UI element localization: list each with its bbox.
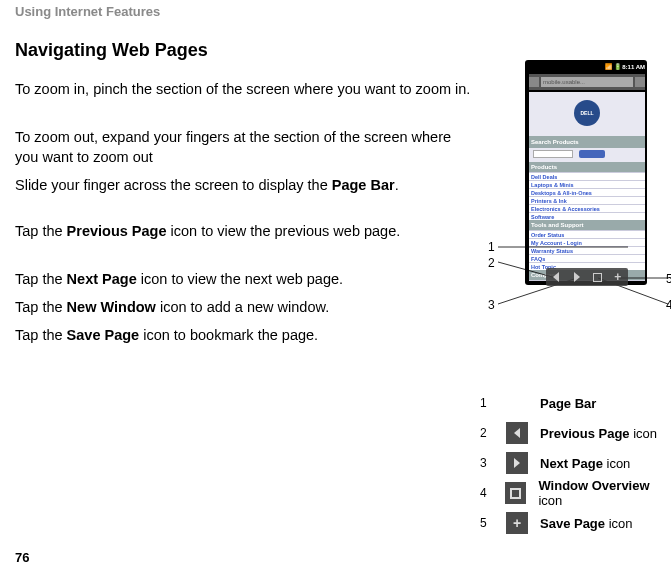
legend-number: 1 bbox=[480, 396, 494, 410]
legend-label: Previous Page icon bbox=[540, 426, 657, 441]
page-bar: + bbox=[546, 268, 628, 286]
next-page-icon bbox=[506, 452, 528, 474]
chevron-right-icon bbox=[574, 272, 580, 282]
save-page-button[interactable]: + bbox=[608, 268, 629, 286]
previous-page-button[interactable] bbox=[546, 268, 567, 286]
callout-lines bbox=[0, 0, 671, 400]
legend-number: 3 bbox=[480, 456, 494, 470]
legend-label: Next Page icon bbox=[540, 456, 630, 471]
window-overview-button[interactable] bbox=[587, 268, 608, 286]
callout-number: 4 bbox=[666, 298, 671, 312]
callout-number: 2 bbox=[488, 256, 495, 270]
previous-page-icon bbox=[506, 422, 528, 444]
callout-number: 5 bbox=[666, 272, 671, 286]
chevron-left-icon bbox=[553, 272, 559, 282]
legend: 1 Page Bar 2 Previous Page icon 3 Next P… bbox=[480, 388, 671, 538]
legend-number: 4 bbox=[480, 486, 493, 500]
next-page-button[interactable] bbox=[567, 268, 588, 286]
legend-number: 2 bbox=[480, 426, 494, 440]
plus-icon: + bbox=[614, 271, 621, 283]
legend-label: Window Overview icon bbox=[538, 478, 671, 508]
window-icon bbox=[593, 273, 602, 282]
legend-row: 3 Next Page icon bbox=[480, 448, 671, 478]
callout-number: 3 bbox=[488, 298, 495, 312]
legend-row: 5 + Save Page icon bbox=[480, 508, 671, 538]
legend-label: Save Page icon bbox=[540, 516, 633, 531]
page-number: 76 bbox=[15, 550, 29, 565]
save-page-icon: + bbox=[506, 512, 528, 534]
legend-label: Page Bar bbox=[540, 396, 596, 411]
window-overview-icon bbox=[505, 482, 526, 504]
legend-number: 5 bbox=[480, 516, 494, 530]
callout-number: 1 bbox=[488, 240, 495, 254]
legend-row: 4 Window Overview icon bbox=[480, 478, 671, 508]
legend-row: 1 Page Bar bbox=[480, 388, 671, 418]
legend-row: 2 Previous Page icon bbox=[480, 418, 671, 448]
